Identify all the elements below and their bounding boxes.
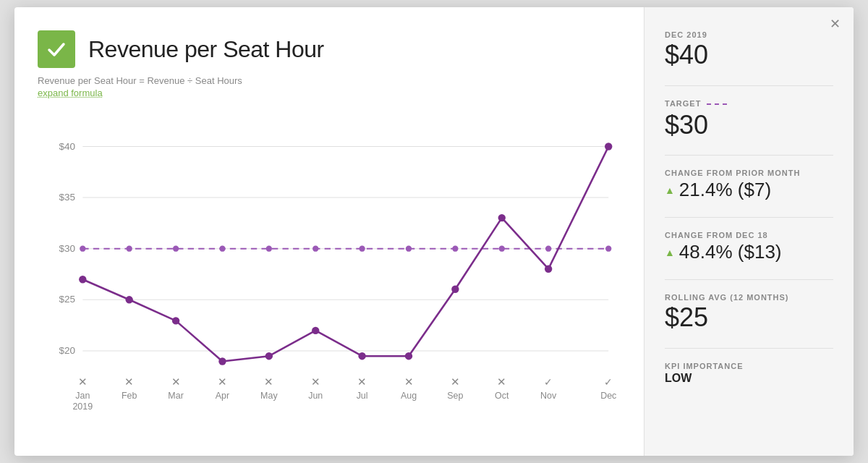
- svg-text:✓: ✓: [544, 377, 553, 388]
- svg-text:✕: ✕: [264, 376, 273, 388]
- change-dec18-value: 48.4% ($13): [679, 241, 782, 263]
- arrow-up-icon-2: ▲: [665, 247, 675, 258]
- kpi-importance-value: LOW: [665, 372, 833, 385]
- change-prior-value: 21.4% ($7): [679, 179, 771, 201]
- svg-point-13: [173, 246, 179, 252]
- svg-text:✕: ✕: [78, 376, 88, 388]
- svg-text:✕: ✕: [357, 376, 367, 388]
- svg-text:Sep: Sep: [447, 391, 463, 401]
- dec-2019-value: $40: [665, 41, 833, 69]
- svg-text:✕: ✕: [311, 376, 320, 388]
- svg-text:$35: $35: [59, 192, 75, 203]
- svg-point-34: [605, 143, 612, 150]
- dec-2019-block: DEC 2019 $40: [665, 30, 833, 69]
- svg-text:✕: ✕: [451, 376, 460, 388]
- svg-text:Dec: Dec: [600, 391, 616, 401]
- svg-text:Mar: Mar: [168, 391, 183, 401]
- svg-point-11: [80, 246, 85, 252]
- svg-point-21: [545, 246, 551, 252]
- svg-text:$30: $30: [59, 243, 75, 254]
- svg-point-15: [266, 246, 272, 252]
- svg-text:✓: ✓: [604, 377, 613, 388]
- svg-point-14: [219, 246, 225, 252]
- svg-point-23: [79, 276, 86, 283]
- rolling-avg-label: ROLLING AVG (12 MONTHS): [665, 293, 833, 302]
- svg-point-24: [126, 296, 133, 303]
- svg-text:May: May: [260, 391, 278, 401]
- page-title: Revenue per Seat Hour: [88, 36, 324, 63]
- svg-point-30: [405, 352, 412, 360]
- svg-text:Jul: Jul: [357, 391, 368, 401]
- svg-text:✕: ✕: [404, 376, 414, 388]
- chart-area: $40 $35 $30 $25 $20: [38, 107, 624, 441]
- svg-point-22: [605, 246, 611, 252]
- arrow-up-icon: ▲: [665, 185, 675, 195]
- change-prior-row: ▲ 21.4% ($7): [665, 179, 833, 201]
- svg-text:Oct: Oct: [495, 391, 509, 401]
- kpi-importance-label: KPI IMPORTANCE: [665, 362, 833, 370]
- svg-point-27: [265, 352, 273, 360]
- divider-1: [665, 85, 833, 86]
- dec-2019-label: DEC 2019: [665, 30, 833, 39]
- svg-text:$40: $40: [59, 141, 75, 152]
- change-prior-block: CHANGE FROM PRIOR MONTH ▲ 21.4% ($7): [665, 169, 833, 201]
- svg-point-16: [312, 246, 318, 252]
- change-dec18-row: ▲ 48.4% ($13): [665, 241, 833, 263]
- svg-point-25: [172, 317, 179, 324]
- svg-text:✕: ✕: [171, 376, 181, 388]
- change-dec18-block: CHANGE FROM DEC 18 ▲ 48.4% ($13): [665, 231, 833, 263]
- formula-text: Revenue per Seat Hour = Revenue ÷ Seat H…: [38, 75, 624, 86]
- svg-text:Jan: Jan: [75, 391, 90, 401]
- svg-point-20: [499, 246, 505, 252]
- main-area: Revenue per Seat Hour Revenue per Seat H…: [14, 7, 644, 456]
- svg-point-31: [451, 286, 459, 293]
- change-dec18-label: CHANGE FROM DEC 18: [665, 231, 833, 239]
- line-chart: $40 $35 $30 $25 $20: [38, 107, 624, 441]
- svg-text:Feb: Feb: [122, 391, 137, 401]
- svg-point-12: [127, 246, 132, 252]
- svg-point-19: [452, 246, 458, 252]
- target-block: TARGET $30: [665, 99, 833, 140]
- target-label: TARGET: [665, 99, 701, 108]
- close-button[interactable]: ✕: [830, 17, 841, 30]
- divider-5: [665, 348, 833, 349]
- expand-formula-link[interactable]: expand formula: [38, 88, 624, 98]
- target-label-row: TARGET: [665, 99, 833, 109]
- svg-text:Nov: Nov: [540, 391, 557, 401]
- sidebar: DEC 2019 $40 TARGET $30 CHANGE FROM PRIO…: [644, 7, 854, 456]
- divider-3: [665, 217, 833, 218]
- change-prior-label: CHANGE FROM PRIOR MONTH: [665, 169, 833, 177]
- svg-point-29: [358, 352, 365, 360]
- svg-point-28: [312, 327, 319, 334]
- kpi-importance-block: KPI IMPORTANCE LOW: [665, 362, 833, 385]
- header-row: Revenue per Seat Hour: [38, 30, 624, 68]
- divider-2: [665, 155, 833, 156]
- svg-text:✕: ✕: [218, 376, 227, 388]
- svg-text:Jun: Jun: [308, 391, 323, 401]
- rolling-avg-block: ROLLING AVG (12 MONTHS) $25: [665, 293, 833, 332]
- target-value: $30: [665, 111, 833, 140]
- svg-point-32: [498, 214, 506, 221]
- svg-point-26: [218, 357, 226, 365]
- rolling-avg-value: $25: [665, 303, 833, 332]
- check-icon-box: [38, 30, 75, 68]
- svg-text:Aug: Aug: [401, 391, 417, 401]
- svg-text:✕: ✕: [497, 376, 506, 388]
- svg-point-17: [359, 246, 365, 252]
- svg-text:$25: $25: [59, 294, 75, 305]
- target-dash-icon: [707, 103, 727, 105]
- svg-point-18: [406, 246, 412, 252]
- divider-4: [665, 279, 833, 280]
- svg-text:Apr: Apr: [216, 391, 229, 401]
- checkmark-icon: [46, 38, 67, 60]
- modal: ✕ Revenue per Seat Hour Revenue per Seat…: [14, 7, 854, 456]
- svg-point-33: [545, 266, 552, 273]
- svg-text:✕: ✕: [124, 376, 134, 388]
- svg-text:$20: $20: [59, 345, 75, 356]
- svg-text:2019: 2019: [72, 402, 93, 412]
